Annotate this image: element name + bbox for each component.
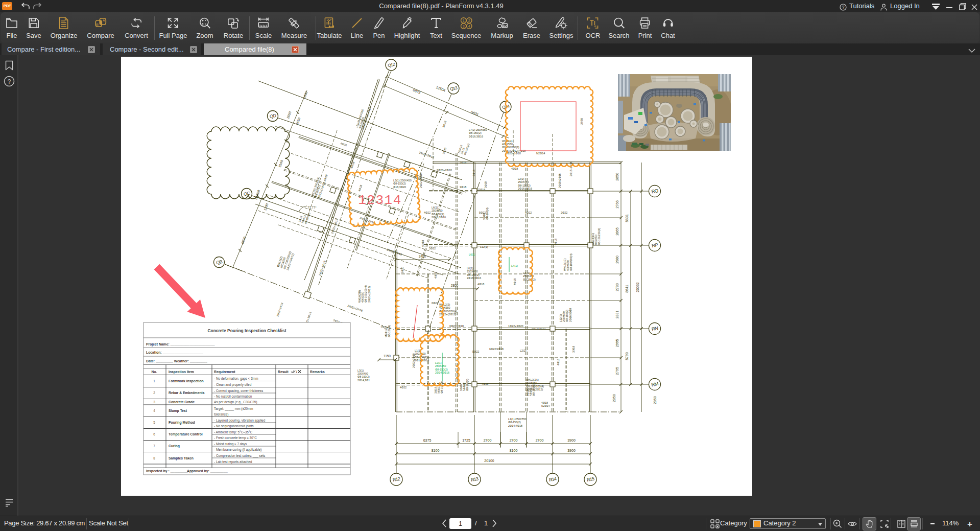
svg-text:4Φ18: 4Φ18 [513, 279, 516, 285]
svg-text:2881: 2881 [615, 311, 619, 319]
svg-text:8100: 8100 [432, 449, 440, 452]
svg-text:N6Φ12: N6Φ12 [463, 382, 466, 391]
svg-text:2850: 2850 [580, 118, 583, 125]
svg-text:Date: _________ Weather: _____: Date: _________ Weather: _________ [146, 359, 207, 363]
svg-text:5631: 5631 [625, 214, 629, 222]
svg-text:/: / [296, 370, 297, 374]
svg-text:6Φ22/2Φ18: 6Φ22/2Φ18 [489, 348, 504, 351]
svg-text:Project Name: ________________: Project Name: _______________________ [146, 342, 215, 347]
svg-text:8: 8 [153, 456, 155, 460]
svg-text:2Φ22/2Φ20: 2Φ22/2Φ20 [531, 327, 545, 330]
svg-text:N2Φ14: N2Φ14 [536, 152, 545, 155]
svg-text:Inspection Item: Inspection Item [169, 370, 194, 374]
svg-text:3Φ16: 3Φ16 [442, 120, 447, 128]
svg-text:Result: Result [278, 370, 289, 374]
svg-text:Φ8-150(2): Φ8-150(2) [393, 182, 406, 185]
svg-text:3Φ16: 3Φ16 [460, 161, 466, 164]
svg-text:250X450: 250X450 [518, 180, 529, 183]
svg-text:4Φ18: 4Φ18 [357, 184, 363, 192]
svg-text:Samples Taken: Samples Taken [169, 456, 194, 460]
svg-text:- No deformation, gaps < 3mm: - No deformation, gaps < 3mm [214, 377, 258, 381]
svg-text:L3(1): L3(1) [435, 361, 442, 364]
svg-text:Φ8-150(2): Φ8-150(2) [508, 421, 521, 424]
svg-text:- Layered pouring, vibration a: - Layered pouring, vibration applied [214, 419, 266, 423]
svg-text:2Φ20+(2Φ12): 2Φ20+(2Φ12) [368, 286, 371, 303]
svg-text:3Φ18: 3Φ18 [526, 389, 529, 396]
svg-text:Φ8-150(2): Φ8-150(2) [432, 213, 444, 216]
svg-text:Φ16;3Φ20: Φ16;3Φ20 [393, 186, 406, 189]
svg-text:6375: 6375 [423, 438, 432, 442]
svg-text:L3(1): L3(1) [357, 369, 364, 372]
svg-text:Target: _____ mm (±20mm: Target: _____ mm (±20mm [214, 407, 253, 411]
svg-text:400X550: 400X550 [594, 235, 597, 245]
svg-text:6873: 6873 [412, 88, 421, 95]
svg-text:2850: 2850 [653, 396, 657, 404]
svg-text:Φ8-100(4): Φ8-100(4) [532, 384, 535, 396]
svg-text:4Φ22: 4Φ22 [340, 142, 348, 147]
svg-text:A: A [103, 19, 105, 22]
svg-text:L4 (1): L4 (1) [523, 271, 530, 274]
svg-text:2Φ22: 2Φ22 [561, 211, 567, 214]
svg-text:No.: No. [152, 370, 157, 374]
svg-text:Concrete Grade: Concrete Grade [169, 400, 195, 404]
svg-text:20062: 20062 [636, 282, 639, 292]
svg-text:2780: 2780 [615, 283, 619, 291]
svg-text:L6(1): L6(1) [467, 267, 473, 270]
svg-text:3900: 3900 [567, 438, 576, 442]
svg-text:3Φ18: 3Φ18 [434, 387, 437, 394]
svg-text:M2Φ12: M2Φ12 [385, 329, 388, 337]
svg-text:2Φ22+2Φ18: 2Φ22+2Φ18 [419, 173, 422, 188]
svg-text:- Compression test cubes: ___: - Compression test cubes: ___ sets [214, 454, 265, 458]
svg-text:Φ8-150(2): Φ8-150(2) [518, 184, 531, 187]
svg-text:- Clean and properly oiled: - Clean and properly oiled [214, 383, 252, 387]
svg-text:B: B [96, 23, 99, 26]
svg-text:Location: ____________________: Location: _____________________ [146, 351, 203, 354]
svg-text:250X450: 250X450 [432, 209, 443, 212]
svg-text:Requirement: Requirement [214, 370, 235, 374]
svg-text:Φ8-100/200(4): Φ8-100/200(4) [364, 285, 367, 303]
svg-text:5Φ22: 5Φ22 [472, 350, 479, 353]
svg-text:6: 6 [153, 432, 155, 436]
svg-text:5: 5 [153, 421, 155, 424]
svg-text:6Φ22: 6Φ22 [432, 302, 438, 305]
svg-text:4: 4 [153, 409, 155, 412]
svg-text:L12(1): L12(1) [480, 245, 488, 248]
svg-text:WKL3(2A): WKL3(2A) [526, 378, 539, 381]
svg-text:Φ8-150(2): Φ8-150(2) [467, 273, 480, 276]
svg-text:- Membrane curing (if applicab: - Membrane curing (if applicable) [214, 448, 261, 452]
svg-text:7: 7 [153, 444, 155, 448]
svg-text:3Φ16: 3Φ16 [442, 147, 447, 155]
svg-text:400X550: 400X550 [502, 143, 513, 146]
svg-text:2Φ16;3Φ16: 2Φ16;3Φ16 [467, 276, 481, 280]
svg-text:3: 3 [153, 400, 155, 404]
svg-text:3900: 3900 [567, 449, 576, 452]
svg-text:L2(2): L2(2) [518, 177, 524, 180]
svg-text:L6(1): L6(1) [432, 206, 438, 209]
svg-text:3Φ18: 3Φ18 [484, 181, 487, 188]
svg-text:2Φ14;4Φ18: 2Φ14;4Φ18 [508, 424, 522, 427]
svg-text:- No segregation/cold joints: - No segregation/cold joints [214, 424, 253, 428]
svg-text:2Φ22+2Φ18: 2Φ22+2Φ18 [330, 218, 339, 234]
svg-text:2700: 2700 [536, 438, 544, 442]
svg-text:As per design (e.g., C30/C35): As per design (e.g., C30/C35) [214, 400, 257, 404]
svg-text:2Φ22+2Φ18: 2Φ22+2Φ18 [412, 353, 415, 368]
svg-text:L4(1): L4(1) [511, 264, 518, 267]
svg-text:2865: 2865 [615, 227, 619, 236]
svg-text:12504: 12504 [436, 85, 446, 93]
svg-text:L6(1): L6(1) [469, 253, 475, 256]
svg-text:2850: 2850 [615, 173, 619, 181]
svg-text:2: 2 [468, 19, 470, 22]
svg-text:5Φ22: 5Φ22 [429, 247, 436, 250]
svg-text:5790: 5790 [625, 352, 629, 360]
svg-text:5631: 5631 [470, 110, 479, 117]
svg-text:3Φ16: 3Φ16 [472, 170, 475, 176]
svg-text:8100: 8100 [510, 449, 518, 452]
svg-text:3Φ18: 3Φ18 [460, 384, 463, 391]
svg-text:L2(2): L2(2) [520, 349, 527, 352]
svg-text:Formwork Inspection: Formwork Inspection [169, 379, 204, 383]
svg-text:3450: 3450 [419, 255, 426, 258]
svg-text:2650: 2650 [286, 111, 292, 119]
svg-text:WKL5(1C): WKL5(1C) [563, 259, 566, 271]
svg-text:3Φ18: 3Φ18 [483, 213, 486, 220]
svg-text:5Φ22: 5Φ22 [479, 211, 486, 214]
